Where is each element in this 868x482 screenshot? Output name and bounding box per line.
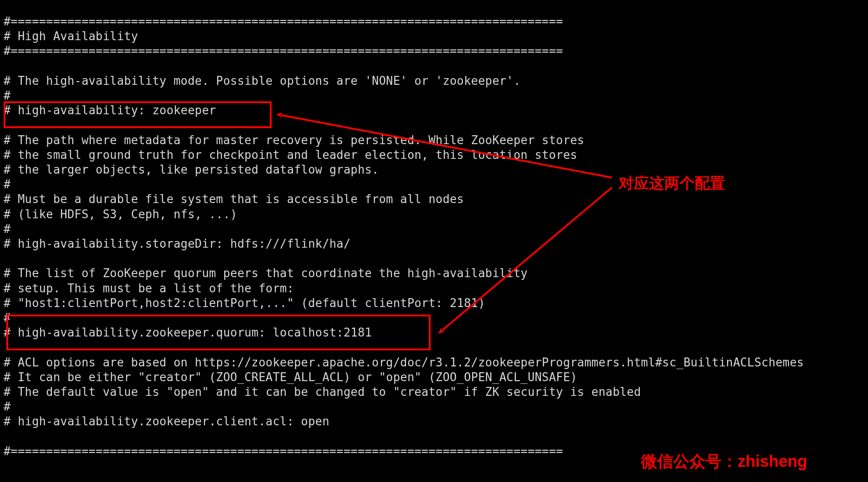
terminal-output: #=======================================…: [0, 0, 868, 482]
